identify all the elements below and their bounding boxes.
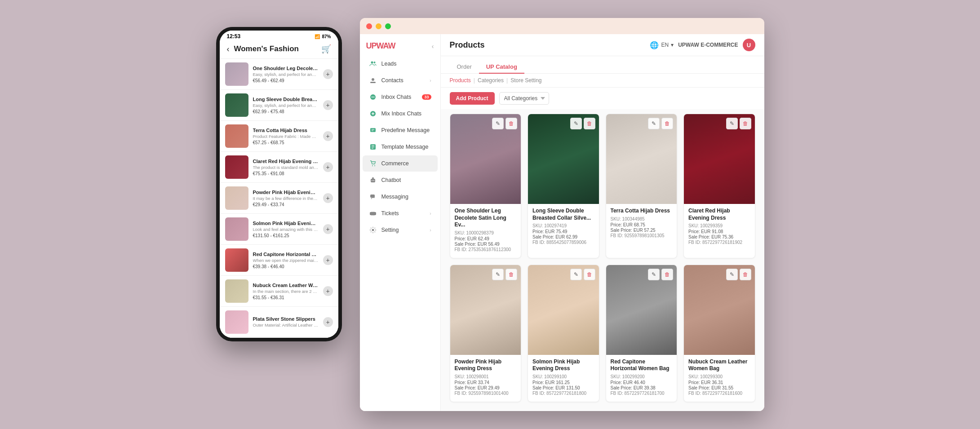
template-icon [369,143,377,151]
language-selector[interactable]: 🌐 EN ▾ [650,41,674,49]
sub-tab-store-setting[interactable]: Store Setting [510,77,541,84]
sidebar-label-predefine-message: Predefine Message [381,127,431,133]
mobile-product-item[interactable]: Nubuck Cream Leather Women... In the mai… [220,276,338,307]
card-product-name: One Shoulder Leg Decolete Satin Long Ev.… [455,208,517,229]
scene: 12:53 📶 87% ‹ Women's Fashion 🛒 One Shou… [198,0,782,429]
gear-icon [369,226,377,234]
svg-point-11 [372,165,373,166]
delete-product-button[interactable]: 🗑 [506,269,517,280]
edit-product-button[interactable]: ✎ [726,118,738,129]
sidebar-item-template-message[interactable]: Template Message [363,139,438,155]
card-fb-id: FB ID: 8572297726181902 [688,240,750,245]
phone-screen: 12:53 📶 87% ‹ Women's Fashion 🛒 One Shou… [220,31,338,338]
phone-time: 12:53 [227,33,241,40]
delete-product-button[interactable]: 🗑 [506,118,517,129]
add-product-button[interactable]: Add Product [450,92,495,105]
mobile-product-item[interactable]: One Shoulder Leg Decolete S... Easy, sty… [220,59,338,90]
edit-product-button[interactable]: ✎ [570,118,582,129]
svg-point-2 [372,78,374,81]
product-thumbnail [225,186,248,210]
main-content: Products 🌐 EN ▾ UPWAW E-COMMERCE U Order… [441,34,764,411]
edit-product-button[interactable]: ✎ [492,269,504,280]
arrow-icon: › [430,211,431,216]
product-add-button[interactable]: + [323,100,333,110]
product-thumb-icon [225,124,248,148]
titlebar-maximize-btn[interactable] [385,23,391,29]
category-select[interactable]: All CategoriesDressesBagsShoesAccessorie… [499,92,549,105]
product-add-button[interactable]: + [323,224,333,234]
edit-product-button[interactable]: ✎ [648,118,660,129]
card-sale-price: Sale Price: EUR 31.55 [688,385,750,390]
product-thumb-icon [225,217,248,241]
titlebar-close-btn[interactable] [366,23,372,29]
sidebar-item-messaging[interactable]: Messaging [363,189,438,205]
delete-product-button[interactable]: 🗑 [740,118,751,129]
phone-status-bar: 12:53 📶 87% [220,31,338,40]
mobile-product-item[interactable]: Long Sleeve Double Breasted... Easy, sty… [220,90,338,121]
product-info: Nubuck Cream Leather Women... In the mai… [253,282,319,301]
product-thumb-icon [225,186,248,210]
delete-product-button[interactable]: 🗑 [661,269,673,280]
product-add-button[interactable]: + [323,255,333,265]
card-price: Price: EUR 91.08 [688,229,750,234]
card-actions: ✎ 🗑 [726,269,751,280]
delete-product-button[interactable]: 🗑 [661,118,673,129]
mobile-product-item[interactable]: Red Capitone Horizontal Wom... When we o… [220,245,338,276]
delete-product-button[interactable]: 🗑 [740,269,751,280]
product-add-button[interactable]: + [323,193,333,203]
card-fb-id: FB ID: 8572297726181800 [532,391,594,396]
desktop-body: UPWAW ‹ LeadsContacts›Inbox Chats33Mix I… [360,34,764,411]
sidebar-item-inbox-chats[interactable]: Inbox Chats33 [363,89,438,105]
chat-icon [369,93,377,101]
sidebar-label-inbox-chats: Inbox Chats [381,94,418,100]
cart-icon[interactable]: 🛒 [321,44,331,54]
sub-tab-categories[interactable]: Categories [478,77,504,84]
sidebar-item-leads[interactable]: Leads [363,56,438,72]
sidebar-item-tickets[interactable]: Tickets› [363,205,438,221]
mobile-product-item[interactable]: Terra Cotta Hijab Dress Product Feature … [220,121,338,152]
titlebar [360,18,764,34]
product-add-button[interactable]: + [323,286,333,296]
sidebar-item-commerce[interactable]: Commerce [363,155,438,172]
edit-product-button[interactable]: ✎ [726,269,738,280]
tab-up-catalog[interactable]: UP Catalog [479,61,524,74]
product-thumb-icon [225,62,248,86]
edit-product-button[interactable]: ✎ [492,118,504,129]
sidebar-item-predefine-message[interactable]: Predefine Message [363,122,438,138]
top-tabs: OrderUP Catalog [441,56,764,74]
card-product-name: Claret Red Hijab Evening Dress [688,208,750,221]
mobile-product-item[interactable]: Claret Red Hijab Evening Dress The produ… [220,152,338,183]
product-desc: The product is standard mold and it ... [253,165,319,170]
product-add-button[interactable]: + [323,162,333,172]
bot-icon [369,176,377,184]
product-name: Terra Cotta Hijab Dress [253,127,319,133]
product-add-button[interactable]: + [323,69,333,79]
product-card: ✎ 🗑 Powder Pink Hijab Evening Dress SKU:… [450,265,522,402]
product-add-button[interactable]: + [323,317,333,327]
mobile-product-item[interactable]: Powder Pink Hijab Evening Dre... It may … [220,183,338,214]
sidebar-item-mix-inbox-chats[interactable]: Mix Inbox Chats [363,106,438,122]
sidebar-item-setting[interactable]: Setting› [363,222,438,238]
card-price: Price: EUR 75.49 [532,229,594,234]
product-add-button[interactable]: + [323,131,333,141]
back-button[interactable]: ‹ [227,44,230,54]
edit-product-button[interactable]: ✎ [648,269,660,280]
card-image-wrap: ✎ 🗑 [528,114,599,204]
delete-product-button[interactable]: 🗑 [584,269,595,280]
svg-rect-9 [370,128,376,132]
titlebar-minimize-btn[interactable] [376,23,381,29]
card-sale-price: Sale Price: EUR 56.49 [455,242,517,247]
products-toolbar: Add Product All CategoriesDressesBagsSho… [441,88,764,109]
sidebar-collapse-btn[interactable]: ‹ [432,43,434,50]
card-sku: SKU: 100298001 [455,374,517,379]
sidebar-item-contacts[interactable]: Contacts› [363,72,438,88]
delete-product-button[interactable]: 🗑 [584,118,595,129]
tab-order[interactable]: Order [450,61,479,74]
mobile-product-item[interactable]: Plata Silver Stone Slippers Outer Materi… [220,307,338,338]
edit-product-button[interactable]: ✎ [570,269,582,280]
mobile-product-item[interactable]: Solmon Pink Hijab Evening Dre... Look an… [220,214,338,245]
user-avatar[interactable]: U [743,39,755,51]
sub-tab-products[interactable]: Products [450,77,471,84]
sidebar-item-chatbot[interactable]: Chatbot [363,172,438,188]
card-fb-id: FB ID: 8572297726181600 [688,391,750,396]
